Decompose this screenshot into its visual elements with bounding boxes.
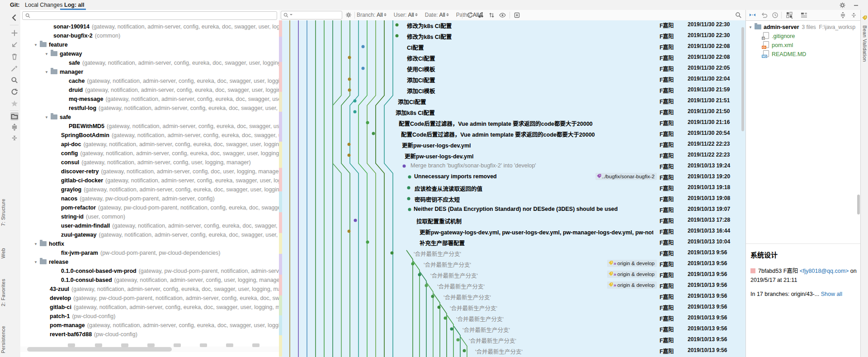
commit-row[interactable]: Unnecessary imports removed../bugfix/son… [279,171,745,182]
commit-row[interactable]: '合并最新生产分支'»origin & developF嘉阳2019/10/13… [279,269,745,280]
expanded-arrow-icon[interactable]: ▼ [34,258,38,267]
author-email-link[interactable]: <fjy8018@qq.com> [800,268,849,274]
branch-row[interactable]: ▼manager [20,67,279,76]
branch-row[interactable]: mq-message(gateway, notification, admin-… [20,95,279,104]
minimize-icon[interactable] [853,2,859,9]
commit-row[interactable]: 修改为k8s CI配置F嘉阳2019/11/30 22:30 [279,30,745,41]
branch-row[interactable]: api-doc(gateway, notification, admin-ser… [20,140,279,149]
branch-row[interactable]: cache(gateway, notification, admin-serve… [20,76,279,86]
branch-row[interactable]: patch-1(pw-cloud-config) [20,312,279,321]
branch-row[interactable]: sonar-190914(gateway, notification, admi… [20,22,279,31]
branch-tag-chip[interactable]: ../bugfix/sonar-bugfix-2 [595,173,657,180]
commit-row[interactable]: 添加CI配置F嘉阳2019/11/30 21:51 [279,95,745,106]
branch-row[interactable]: pom-manage(gateway, notification, admin-… [20,321,279,330]
expanded-arrow-icon[interactable]: ▼ [749,23,753,32]
favorite-star-icon[interactable] [10,100,19,108]
branch-row[interactable]: 0.1.0-consul-based(gateway, notification… [20,276,279,285]
expanded-arrow-icon[interactable]: ▼ [34,240,38,249]
branch-row[interactable]: gitlab-ci(gateway, notification, admin-s… [20,303,279,312]
history-clock-icon[interactable] [771,11,779,19]
commit-row[interactable]: 更新pw-user-logs-dev.ymlF嘉阳2019/11/22 22:2… [279,139,745,150]
horizontal-scrollbar[interactable] [20,347,279,352]
search-strip-icon[interactable] [10,76,19,84]
commit-row[interactable]: '合并最新生产分支'F嘉阳2019/10/13 9:56 [279,313,745,324]
eye-preview-icon[interactable] [499,11,506,19]
tool-tab-structure[interactable]: 7: Structure [0,199,6,226]
jump-to-source-icon[interactable] [749,11,756,19]
branch-row[interactable]: sonar-bugfix-2(common) [20,31,279,40]
show-branches-icon[interactable] [10,112,19,120]
collapse-all-icon[interactable] [850,11,858,19]
delete-icon[interactable] [10,52,19,61]
commit-row[interactable]: 密码密钥不应太短F嘉阳2019/10/13 19:08 [279,193,745,204]
branch-row[interactable]: ▼release [20,257,279,267]
log-search-input[interactable] [281,11,342,19]
search-log-icon[interactable] [735,11,742,19]
refresh-strip-icon[interactable] [10,88,19,96]
commit-row[interactable]: 更新pw-user-logs-dev.ymlF嘉阳2019/11/22 22:2… [279,150,745,161]
tool-tab-web[interactable]: Web [0,248,6,258]
branch-tag-chip[interactable]: »origin & develop [607,281,657,289]
branch-row[interactable]: pom-refactor(gateway, pw-cloud-pom-paren… [20,203,279,212]
file-tree-root[interactable]: ▼admin-server3 files F:\java_worksp [746,23,855,32]
branch-row[interactable]: druid(gateway, notification, admin-serve… [20,86,279,95]
commit-row[interactable]: 修改为k8s CI配置F嘉阳2019/11/30 22:30 [279,20,745,30]
commit-row[interactable]: 修改CI配置F嘉阳2019/11/30 22:08 [279,52,745,63]
tool-tab-favorites[interactable]: 2: Favorites [0,279,6,306]
commit-row[interactable]: '合并最新生产分支'F嘉阳2019/10/13 9:56 [279,345,745,356]
collapse-panel-icon[interactable] [10,14,19,22]
commit-row[interactable]: '合并最新生产分支'F嘉阳2019/10/13 9:56 [279,324,745,334]
branch-row[interactable]: config(gateway, notification, admin-serv… [20,149,279,158]
branch-row[interactable]: gitlab-ci-docker(gateway, notification, … [20,176,279,185]
details-scrollbar-thumb[interactable] [857,195,860,214]
file-row[interactable]: MDREADME.MD [746,50,806,59]
branch-row[interactable]: ▼feature [20,40,279,49]
branch-row[interactable]: 0.1.0-consol-based-vm-prod(gateway, pw-c… [20,267,279,276]
branch-row[interactable]: graylog(gateway, notification, admin-ser… [20,185,279,194]
branch-row[interactable]: PBEWithMD5(gateway, notification, admin-… [20,122,279,131]
branch-row[interactable]: SpringBootAdmin(gateway, notification, a… [20,131,279,140]
commit-row[interactable]: 配置Code后置过滤器，Vue admin template 要求返回的code… [279,128,745,139]
commit-row[interactable]: '合并最新生产分支'»origin & developF嘉阳2019/10/13… [279,280,745,291]
branch-tag-chip[interactable]: »origin & develop [607,260,657,267]
branch-row[interactable]: ▼hotfix [20,239,279,248]
expanded-arrow-icon[interactable]: ▼ [45,68,49,77]
branch-row[interactable]: restful-log(gateway, notification, admin… [20,104,279,113]
expand-all-icon[interactable] [10,123,19,131]
scrollbar-thumb[interactable] [27,347,172,352]
commit-row[interactable]: 补充生产部署配置F嘉阳2019/10/13 10:04 [279,237,745,248]
file-row[interactable]: <>pom.xml [746,41,793,50]
log-scrollbar-thumb[interactable] [741,27,744,131]
commit-row[interactable]: 添加CI模板F嘉阳2019/11/30 21:59 [279,85,745,95]
checkout-arrow-icon[interactable] [10,41,19,49]
rollback-icon[interactable] [760,11,768,19]
refresh-log-icon[interactable] [466,11,474,19]
tool-tab-bean-validation[interactable]: Bean Validation [862,25,868,62]
expand-all-icon[interactable] [839,11,847,19]
commit-row[interactable]: 添加CI配置F嘉阳2019/11/30 22:04 [279,74,745,85]
branch-row[interactable]: nacos(gateway, pw-cloud-pom-parent, admi… [20,194,279,203]
commit-row[interactable]: Neither DES (Data Encryption Standard) n… [279,204,745,215]
branch-tag-chip[interactable]: »origin & develop [607,271,657,278]
branch-search-input[interactable] [22,11,277,20]
filter-user[interactable]: User:All [394,12,418,18]
patch-icon[interactable] [10,64,19,72]
branch-row[interactable]: zuul-gateway(gateway, notification, admi… [20,230,279,239]
branch-row[interactable]: safe(gateway, notification, admin-server… [20,58,279,67]
branch-row[interactable]: consul(gateway, notification, admin-serv… [20,158,279,167]
filter-date[interactable]: Date:All [425,12,449,18]
collapse-all-icon[interactable] [10,134,19,142]
new-tab-icon[interactable] [514,11,521,19]
branch-row[interactable]: ▼safe [20,113,279,122]
sort-icon[interactable] [488,11,495,19]
commit-row[interactable]: CI配置F嘉阳2019/11/30 22:08 [279,41,745,52]
commit-row[interactable]: '合并最新生产分支'F嘉阳2019/10/13 9:56 [279,291,745,302]
commit-row[interactable]: '合并最新生产分支'F嘉阳2019/10/13 9:56 [279,248,745,258]
commit-row[interactable]: 拉取配置重试机制F嘉阳2019/10/13 17:28 [279,215,745,226]
branch-row[interactable]: 43-zuul(gateway, notification, admin-ser… [20,285,279,294]
branch-row[interactable]: string-id(user, common) [20,212,279,221]
tab-log-all[interactable]: Log: all [64,2,84,8]
commit-row[interactable]: 配置Code后置过滤器，Vue admin template 要求返回的code… [279,117,745,128]
branch-row[interactable]: ▼gateway [20,49,279,58]
expanded-arrow-icon[interactable]: ▼ [34,41,38,50]
